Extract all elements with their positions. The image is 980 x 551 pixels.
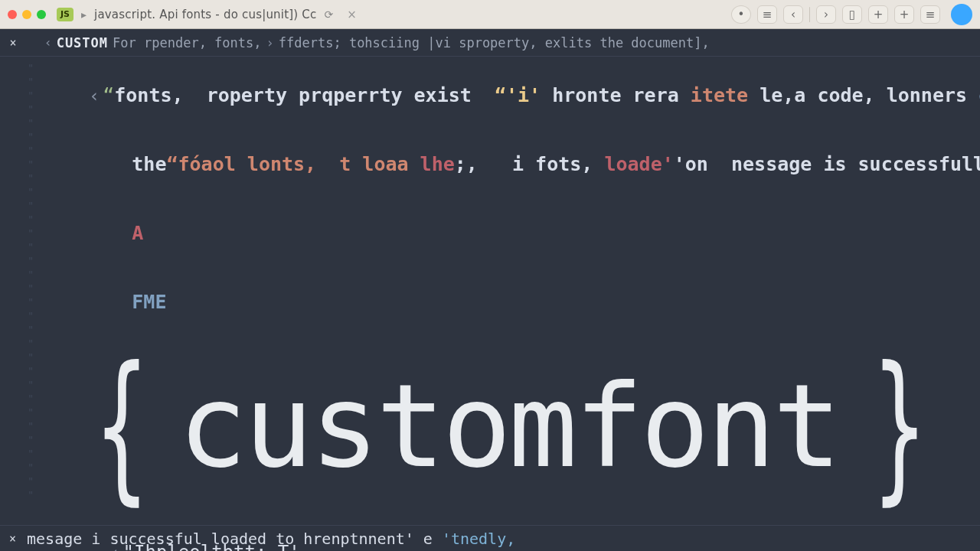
code-token: fonts, roperty prqperrty exist	[114, 84, 495, 106]
code-line[interactable]: FME	[43, 268, 974, 337]
tab-title[interactable]: javascript. Api fonts - do cus|unit]) Cc	[94, 8, 316, 21]
brace-left-icon: {	[95, 366, 144, 487]
code-line[interactable]: ‹"Ihpleoltbtt: T'	[43, 520, 974, 552]
brace-right-icon: }	[873, 366, 922, 487]
panel-toggle-button[interactable]: ▯	[842, 5, 862, 24]
traffic-lights	[8, 10, 46, 19]
toolbar-separator	[809, 7, 810, 22]
code-token: A	[132, 222, 143, 244]
code-token: “fóaol lonts, t loaa	[166, 153, 420, 175]
filetype-badge-icon: JS	[57, 8, 74, 21]
code-line[interactable]: A	[43, 199, 974, 268]
code-line[interactable]: the“fóaol lonts, t loaa lhe;, i fots, lo…	[43, 130, 974, 199]
profile-avatar-icon[interactable]	[951, 4, 972, 25]
breadcrumb-root[interactable]: CUSTOM	[57, 35, 108, 51]
code-token: lhe	[420, 153, 455, 175]
code-token: 'on nessage is successfully, .,	[674, 153, 980, 175]
toolbar-menu-button[interactable]: ≡	[757, 5, 777, 24]
tab-close-button[interactable]: ×	[347, 8, 357, 21]
code-token: le,a code, lonners	[748, 84, 978, 106]
code-token: itete	[691, 84, 748, 106]
chevron-right-icon: ›	[266, 35, 274, 51]
code-line[interactable]: ‹“fonts, roperty prqperrty exist “'i' hr…	[43, 61, 974, 130]
font-preview-word: customfont	[178, 369, 838, 484]
font-preview-hero: { customfont }	[75, 366, 974, 487]
toolbar-dot-button[interactable]: •	[731, 5, 751, 24]
tab-dropdown-icon[interactable]: ▸	[81, 8, 87, 21]
breadcrumb-back-icon[interactable]: ‹	[44, 35, 52, 50]
status-close-button[interactable]: ×	[9, 532, 16, 546]
code-token: FME	[132, 291, 166, 313]
zoom-window-button[interactable]	[37, 10, 46, 19]
minimize-window-button[interactable]	[22, 10, 31, 19]
code-token: "Ihpleoltbtt: T'	[123, 542, 300, 551]
fold-caret-icon[interactable]: ‹	[89, 86, 100, 106]
nav-forward-button[interactable]: ›	[816, 5, 836, 24]
breadcrumb-tail: ffderts; tohsciing |vi sproperty, exlits…	[279, 35, 710, 51]
code-editor[interactable]: """ """ """ """ """ """ """ """ """ """ …	[0, 57, 980, 525]
nav-back-button[interactable]: ‹	[783, 5, 803, 24]
breadcrumb-seg[interactable]: For rpender, fonts,	[113, 35, 261, 51]
line-gutter: """ """ """ """ """ """ """ """ """ """ …	[0, 57, 41, 525]
new-window-button[interactable]: +	[894, 5, 914, 24]
code-token: “'i'	[495, 84, 541, 106]
hamburger-button[interactable]: ≡	[920, 5, 940, 24]
code-token: loade'	[604, 153, 673, 175]
code-token: “	[103, 84, 114, 106]
code-token: ;, i fots,	[455, 153, 605, 175]
breadcrumb-close-button[interactable]: ×	[8, 36, 18, 50]
tab-more-icon[interactable]: ⟳	[324, 8, 333, 21]
close-window-button[interactable]	[8, 10, 17, 19]
breadcrumb: × ‹ CUSTOM For rpender, fonts, › ffderts…	[0, 29, 980, 57]
code-token: hronte rera	[541, 84, 691, 106]
code-content[interactable]: ‹“fonts, roperty prqperrty exist “'i' hr…	[43, 60, 974, 551]
code-token: the	[132, 153, 166, 175]
new-tab-button[interactable]: +	[868, 5, 888, 24]
window-titlebar: JS ▸ javascript. Api fonts - do cus|unit…	[0, 0, 980, 29]
fold-caret-icon[interactable]: ‹	[109, 543, 120, 551]
